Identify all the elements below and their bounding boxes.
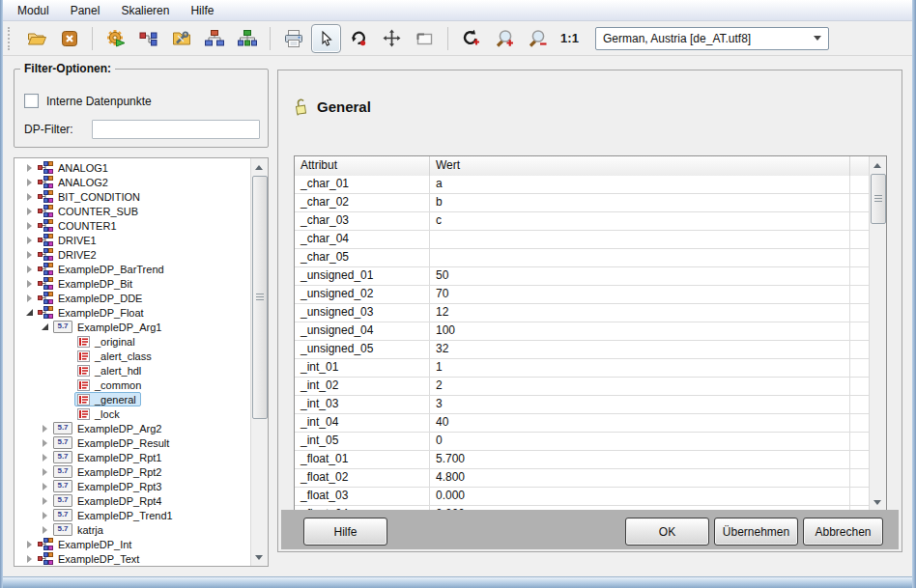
tree-expander-icon[interactable] bbox=[39, 423, 50, 434]
open-panel-button[interactable] bbox=[21, 24, 51, 53]
value-cell[interactable]: 0 bbox=[430, 433, 850, 450]
table-row[interactable]: _unsigned_03 12 bbox=[295, 304, 870, 322]
tree-item[interactable]: ExampleDP_Float bbox=[14, 305, 251, 320]
table-row[interactable]: _char_02 b bbox=[295, 194, 870, 212]
table-row[interactable]: _int_01 1 bbox=[295, 359, 870, 378]
value-cell[interactable]: 50 bbox=[430, 267, 850, 285]
scroll-down-button[interactable] bbox=[251, 549, 267, 565]
tree-expander-icon[interactable] bbox=[23, 307, 35, 319]
scrollbar-thumb[interactable] bbox=[252, 176, 268, 419]
value-cell[interactable]: 0.000 bbox=[430, 488, 850, 505]
table-row[interactable]: _unsigned_05 32 bbox=[295, 341, 870, 359]
table-row[interactable]: _char_05 bbox=[295, 249, 870, 267]
tree-expander-icon[interactable] bbox=[23, 293, 35, 304]
tree-item[interactable]: ANALOG1 bbox=[14, 160, 251, 175]
table-row[interactable]: _float_02 4.800 bbox=[295, 469, 870, 488]
internal-datapoints-checkbox[interactable] bbox=[24, 94, 39, 108]
table-row[interactable]: _int_04 40 bbox=[295, 414, 870, 433]
value-cell[interactable]: c bbox=[430, 212, 850, 230]
tree-item[interactable]: 5.7 katrja bbox=[14, 522, 251, 537]
menu-skalieren[interactable]: Skalieren bbox=[110, 2, 180, 19]
tree-item[interactable]: 5.7 ExampleDP_Rpt3 bbox=[14, 479, 251, 493]
cancel-button[interactable]: Abbrechen bbox=[803, 518, 883, 546]
zoom-reset-button[interactable] bbox=[456, 24, 486, 53]
zoom-out-button[interactable] bbox=[522, 24, 552, 53]
table-row[interactable]: _unsigned_01 50 bbox=[295, 267, 870, 286]
tree-expander-icon[interactable] bbox=[23, 191, 35, 203]
help-button[interactable]: Hilfe bbox=[303, 518, 387, 546]
value-cell[interactable]: 100 bbox=[430, 322, 850, 340]
tree-item[interactable]: ExampleDP_Int bbox=[14, 537, 251, 551]
select-arrow-button[interactable] bbox=[311, 24, 341, 53]
tree-expander-icon[interactable] bbox=[39, 510, 50, 521]
tree-expander-icon[interactable] bbox=[63, 394, 74, 406]
value-cell[interactable] bbox=[430, 249, 850, 266]
tree-expander-icon[interactable] bbox=[63, 350, 74, 362]
tree-expander-icon[interactable] bbox=[23, 162, 35, 174]
tree-item[interactable]: _general bbox=[14, 392, 251, 406]
tree-item[interactable]: ExampleDP_Text bbox=[14, 551, 251, 566]
table-row[interactable]: _int_02 2 bbox=[295, 378, 870, 396]
tree-view-button[interactable] bbox=[199, 24, 229, 53]
print-button[interactable] bbox=[278, 24, 308, 53]
table-scrollbar[interactable] bbox=[869, 156, 886, 511]
dp-type-editor-button[interactable] bbox=[133, 24, 163, 53]
tree-item[interactable]: 5.7 ExampleDP_Trend1 bbox=[14, 508, 251, 522]
tree-expander-icon[interactable] bbox=[23, 264, 35, 275]
tree-item[interactable]: ExampleDP_Bit bbox=[14, 276, 251, 291]
tree-item[interactable]: BIT_CONDITION bbox=[14, 189, 251, 204]
table-row[interactable]: _char_04 bbox=[295, 231, 870, 249]
zoom-in-button[interactable] bbox=[489, 24, 519, 53]
apply-button[interactable]: Übernehmen bbox=[714, 518, 798, 546]
tree-expander-icon[interactable] bbox=[39, 524, 50, 536]
tree-expander-icon[interactable] bbox=[39, 322, 50, 333]
tree-item[interactable]: 5.7 ExampleDP_Arg1 bbox=[14, 320, 251, 334]
tree-expander-icon[interactable] bbox=[39, 437, 50, 449]
ok-button[interactable]: OK bbox=[625, 518, 709, 546]
refresh-rotate-button[interactable] bbox=[344, 24, 374, 53]
menu-panel[interactable]: Panel bbox=[60, 2, 111, 19]
scroll-up-button[interactable] bbox=[870, 157, 885, 173]
one-to-one-button[interactable]: 1:1 bbox=[555, 24, 585, 53]
table-row[interactable]: _int_05 0 bbox=[295, 433, 870, 451]
tree-expander-icon[interactable] bbox=[63, 336, 74, 348]
panel-tools-button[interactable] bbox=[166, 24, 196, 53]
tree-expander-icon[interactable] bbox=[23, 278, 35, 290]
tree-item[interactable]: 5.7 ExampleDP_Result bbox=[14, 435, 251, 450]
tree-expander-icon[interactable] bbox=[63, 379, 74, 391]
move-mode-button[interactable] bbox=[377, 24, 407, 53]
zoom-rect-button[interactable] bbox=[410, 24, 440, 53]
table-row[interactable]: _unsigned_04 100 bbox=[295, 322, 870, 341]
tree-item[interactable]: ExampleDP_DDE bbox=[14, 291, 251, 305]
tree-expander-icon[interactable] bbox=[39, 495, 50, 507]
table-row[interactable]: _float_03 0.000 bbox=[295, 488, 870, 506]
toolbar-drag-handle[interactable] bbox=[8, 27, 14, 50]
run-module-button[interactable] bbox=[100, 24, 130, 53]
tree-expander-icon[interactable] bbox=[23, 553, 35, 565]
close-module-button[interactable] bbox=[54, 24, 84, 53]
tree-expander-icon[interactable] bbox=[23, 177, 35, 188]
value-cell[interactable]: 3 bbox=[430, 396, 850, 413]
table-row[interactable]: _char_03 c bbox=[295, 212, 870, 231]
value-cell[interactable]: 4.800 bbox=[430, 469, 850, 487]
language-select[interactable]: German, Austria [de_AT.utf8] bbox=[595, 27, 829, 50]
tree-overview-button[interactable] bbox=[232, 24, 262, 53]
value-cell[interactable]: 12 bbox=[430, 304, 850, 322]
value-cell[interactable]: a bbox=[430, 176, 850, 193]
table-row[interactable]: _float_01 5.700 bbox=[295, 451, 870, 469]
tree-item[interactable]: 5.7 ExampleDP_Rpt1 bbox=[14, 450, 251, 464]
tree-expander-icon[interactable] bbox=[39, 481, 50, 492]
tree-item[interactable]: DRIVE1 bbox=[14, 233, 251, 247]
scroll-down-button[interactable] bbox=[870, 494, 885, 510]
value-cell[interactable] bbox=[430, 231, 850, 248]
value-cell[interactable]: 2 bbox=[430, 378, 850, 395]
tree-expander-icon[interactable] bbox=[63, 408, 74, 420]
tree-expander-icon[interactable] bbox=[39, 466, 50, 478]
menu-modul[interactable]: Modul bbox=[7, 2, 60, 19]
tree-item[interactable]: _original bbox=[14, 334, 251, 349]
menu-hilfe[interactable]: Hilfe bbox=[180, 2, 224, 19]
tree-expander-icon[interactable] bbox=[23, 539, 35, 550]
tree-expander-icon[interactable] bbox=[39, 452, 50, 463]
scroll-up-button[interactable] bbox=[251, 159, 267, 175]
value-cell[interactable]: 70 bbox=[430, 286, 850, 303]
